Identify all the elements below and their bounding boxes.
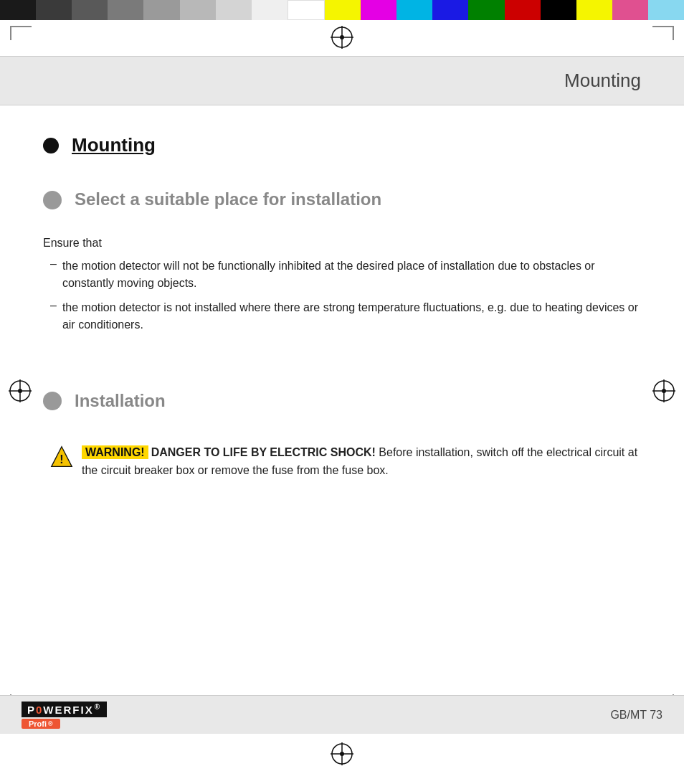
bottom-reg-mark: [329, 741, 355, 770]
logo-o: 0: [36, 704, 43, 716]
list-item-2: – the motion detector is not installed w…: [43, 299, 641, 334]
mounting-section-heading: Mounting: [43, 134, 641, 156]
svg-point-7: [18, 389, 22, 393]
header-band: Mounting: [0, 56, 684, 105]
swatch-2: [36, 0, 72, 20]
logo-profi: Profi ®: [22, 719, 60, 729]
ensure-label: Ensure that: [43, 235, 641, 252]
swatch-8: [252, 0, 288, 20]
swatch-7: [216, 0, 252, 20]
installation-section-heading: Installation: [43, 391, 641, 411]
installation-heading-text: Installation: [75, 391, 166, 411]
svg-text:!: !: [60, 453, 63, 466]
list-text-2: the motion detector is not installed whe…: [62, 299, 641, 334]
select-bullet: [43, 191, 62, 209]
list-item-1: – the motion detector will not be functi…: [43, 258, 641, 292]
swatch-pink: [612, 0, 648, 20]
svg-point-3: [340, 35, 344, 39]
logo-reg: ®: [95, 703, 101, 711]
right-reg-mark: [651, 378, 677, 407]
swatch-lightblue: [648, 0, 684, 20]
left-reg-mark: [7, 378, 33, 407]
swatch-5: [143, 0, 179, 20]
list-text-1: the motion detector will not be function…: [62, 258, 641, 292]
warning-bold-text: DANGER TO LIFE BY ELECTRIC SHOCK!: [151, 446, 376, 458]
bottom-reg-area: [0, 741, 684, 770]
swatch-red: [505, 0, 541, 20]
dash-1: –: [50, 258, 57, 292]
logo-powerfix: P0WERFIX®: [22, 702, 107, 717]
dash-2: –: [50, 299, 57, 334]
select-place-heading: Select a suitable place for installation: [43, 188, 641, 210]
svg-point-17: [340, 752, 344, 756]
warning-label: WARNING!: [82, 445, 148, 459]
color-bar: [0, 0, 684, 20]
warning-text-block: WARNING!DANGER TO LIFE BY ELECTRIC SHOCK…: [82, 444, 641, 480]
swatch-cyan: [396, 0, 432, 20]
profi-text: Profi: [29, 719, 47, 728]
swatch-black: [541, 0, 576, 20]
warning-block: ! WARNING!DANGER TO LIFE BY ELECTRIC SHO…: [50, 444, 641, 480]
swatch-yellow: [325, 0, 361, 20]
swatch-green: [468, 0, 504, 20]
select-heading-text: Select a suitable place for installation: [75, 188, 381, 210]
profi-reg: ®: [48, 720, 53, 727]
swatch-1: [0, 0, 36, 20]
swatch-6: [180, 0, 216, 20]
corner-tl: [10, 26, 32, 40]
swatch-4: [108, 0, 143, 20]
footer-logo: P0WERFIX® Profi ®: [22, 702, 107, 729]
mounting-heading-text: Mounting: [72, 134, 156, 156]
warning-triangle-icon: !: [50, 445, 73, 471]
mounting-bullet: [43, 138, 59, 154]
page-title: Mounting: [564, 70, 670, 92]
swatch-blue: [432, 0, 468, 20]
svg-point-11: [662, 389, 666, 393]
corner-tr: [652, 26, 674, 40]
installation-bullet: [43, 392, 62, 410]
swatch-9: [288, 0, 325, 20]
swatch-3: [72, 0, 108, 20]
swatch-yellow2: [576, 0, 612, 20]
main-content: Mounting Select a suitable place for ins…: [0, 105, 684, 494]
swatch-magenta: [361, 0, 396, 20]
footer-page-info: GB/MT 73: [610, 709, 662, 722]
top-reg-mark: [329, 24, 355, 50]
footer-band: P0WERFIX® Profi ® GB/MT 73: [0, 695, 684, 734]
